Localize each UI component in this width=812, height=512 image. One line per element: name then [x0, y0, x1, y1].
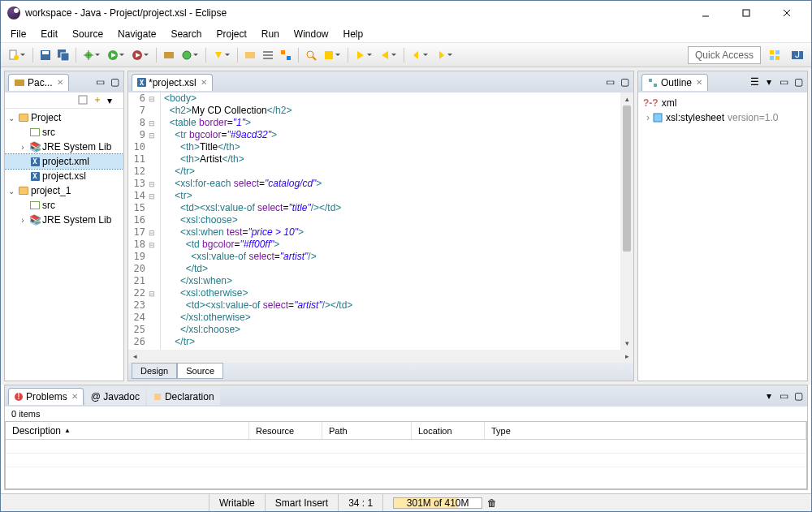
close-icon[interactable]: ✕: [71, 392, 78, 401]
memory-bar[interactable]: 301M of 410M: [393, 497, 482, 509]
scroll-thumb[interactable]: [623, 105, 631, 252]
status-writable: Writable: [209, 494, 265, 511]
close-icon[interactable]: ✕: [201, 78, 207, 87]
run-last-button[interactable]: [129, 47, 145, 63]
svg-rect-21: [263, 54, 273, 56]
vertical-scrollbar[interactable]: ▴ ▾: [620, 93, 633, 350]
minimize-view-icon[interactable]: ▭: [604, 76, 615, 88]
run-button[interactable]: [105, 47, 121, 63]
toggle-breadcrumb-button[interactable]: [260, 47, 276, 63]
tab-label: Outline: [661, 77, 692, 88]
minimize-view-icon[interactable]: ▭: [778, 390, 789, 402]
save-all-button[interactable]: [55, 47, 71, 63]
prev-annotation-button[interactable]: [377, 47, 393, 63]
annotations-button[interactable]: [321, 47, 337, 63]
svg-rect-17: [164, 52, 174, 58]
menu-edit[interactable]: Edit: [34, 27, 64, 41]
declaration-tab[interactable]: Declaration: [147, 388, 220, 405]
tree-jre[interactable]: ›📚JRE System Lib: [5, 140, 123, 154]
outline-root[interactable]: ?-?xml: [643, 96, 802, 110]
debug-button[interactable]: [80, 47, 97, 63]
table-row[interactable]: [6, 454, 806, 467]
package-explorer-tab[interactable]: Pac... ✕: [8, 74, 69, 91]
minimize-view-icon[interactable]: ▭: [94, 76, 106, 88]
source-tab[interactable]: Source: [177, 363, 223, 379]
new-button[interactable]: [6, 47, 22, 63]
menu-run[interactable]: Run: [255, 27, 286, 41]
new-class-button[interactable]: [179, 47, 195, 63]
view-menu-icon[interactable]: ▾: [107, 95, 119, 106]
menu-source[interactable]: Source: [66, 27, 110, 41]
col-description[interactable]: Description▲: [6, 422, 249, 439]
outline-filter-icon[interactable]: ☰: [749, 76, 760, 88]
scroll-up-icon[interactable]: ▴: [625, 93, 629, 105]
col-location[interactable]: Location: [412, 422, 485, 439]
horizontal-scrollbar[interactable]: ◂ ▸: [128, 350, 633, 363]
svg-line-26: [313, 57, 316, 60]
menu-file[interactable]: File: [4, 27, 32, 41]
outline-panel: Outline ✕ ☰ ▾ ▭ ▢ ?-?xml ›xsl:stylesheet…: [637, 71, 808, 381]
minimize-view-icon[interactable]: ▭: [778, 76, 789, 88]
col-path[interactable]: Path: [322, 422, 412, 439]
quick-access-field[interactable]: Quick Access: [688, 46, 761, 64]
editor-tab[interactable]: X *project.xsl ✕: [132, 74, 213, 91]
problems-tab[interactable]: ! Problems ✕: [8, 388, 84, 405]
maximize-view-icon[interactable]: ▢: [109, 76, 120, 88]
minimize-button[interactable]: [688, 2, 723, 24]
table-row[interactable]: [6, 440, 806, 454]
link-editor-icon[interactable]: [93, 95, 104, 106]
col-resource[interactable]: Resource: [249, 422, 322, 439]
scroll-left-icon[interactable]: ◂: [128, 352, 141, 360]
design-tab[interactable]: Design: [132, 363, 177, 379]
col-type[interactable]: Type: [485, 422, 806, 439]
save-button[interactable]: [37, 47, 54, 63]
javadoc-tab[interactable]: @ Javadoc: [85, 388, 145, 405]
tree-jre1[interactable]: ›📚JRE System Lib: [5, 213, 123, 227]
scroll-right-icon[interactable]: ▸: [620, 352, 633, 360]
open-perspective-button[interactable]: [766, 46, 784, 64]
view-menu-icon[interactable]: ▾: [763, 390, 775, 402]
code-editor[interactable]: 6⊟78⊟9⊟10111213⊟14⊟151617⊟18⊟19202122⊟23…: [128, 93, 633, 350]
menu-navigate[interactable]: Navigate: [111, 27, 162, 41]
scroll-down-icon[interactable]: ▾: [625, 337, 629, 350]
maximize-view-icon[interactable]: ▢: [619, 76, 630, 88]
tree-project1[interactable]: ⌄project_1: [5, 183, 123, 198]
menu-help[interactable]: Help: [337, 27, 370, 41]
tree-src[interactable]: src: [5, 125, 123, 140]
open-type-button[interactable]: [210, 47, 227, 63]
maximize-view-icon[interactable]: ▢: [793, 76, 804, 88]
collapse-all-icon[interactable]: [78, 95, 89, 106]
tree-project-xsl[interactable]: Xproject.xsl: [5, 169, 123, 183]
svg-marker-28: [357, 51, 364, 59]
open-task-button[interactable]: [242, 47, 258, 63]
menu-project[interactable]: Project: [209, 27, 253, 41]
gc-icon[interactable]: 🗑: [487, 497, 497, 509]
forward-button[interactable]: [433, 47, 449, 63]
close-icon[interactable]: ✕: [696, 78, 702, 87]
search-button[interactable]: [303, 47, 319, 63]
problems-table[interactable]: Description▲ Resource Path Location Type: [5, 421, 807, 489]
svg-marker-30: [413, 51, 418, 59]
close-icon[interactable]: ✕: [57, 78, 63, 87]
outline-stylesheet[interactable]: ›xsl:stylesheetversion=1.0: [643, 110, 802, 125]
java-perspective-button[interactable]: J: [788, 46, 806, 64]
status-bar: Writable Smart Insert 34 : 1 301M of 410…: [1, 493, 811, 511]
outline-tab[interactable]: Outline ✕: [641, 74, 708, 91]
package-tree[interactable]: ⌄Project src ›📚JRE System Lib Xproject.x…: [5, 109, 123, 381]
tree-project[interactable]: ⌄Project: [5, 110, 123, 125]
menu-window[interactable]: Window: [287, 27, 335, 41]
maximize-button[interactable]: [728, 2, 764, 24]
separator: [76, 48, 76, 62]
back-button[interactable]: [408, 47, 425, 63]
view-menu-icon[interactable]: ▾: [763, 76, 775, 88]
problems-count: 0 items: [5, 407, 807, 421]
next-annotation-button[interactable]: [352, 47, 369, 63]
close-button[interactable]: [769, 2, 805, 24]
tree-project-xml[interactable]: Xproject.xml: [5, 154, 123, 169]
new-package-button[interactable]: [161, 47, 177, 63]
tree-src1[interactable]: src: [5, 198, 123, 213]
menu-search[interactable]: Search: [164, 27, 208, 41]
svg-rect-40: [649, 79, 652, 82]
maximize-view-icon[interactable]: ▢: [793, 390, 804, 402]
toggle-mark-button[interactable]: [278, 47, 294, 63]
